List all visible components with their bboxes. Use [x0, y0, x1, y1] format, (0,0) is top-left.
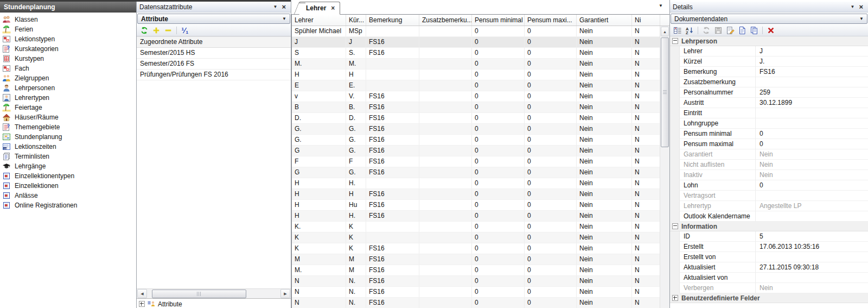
- document-button[interactable]: [737, 26, 748, 35]
- table-row[interactable]: HH.00NeinN: [292, 178, 660, 189]
- sidebar-item-feiertage[interactable]: Feiertage: [0, 103, 136, 112]
- categorize-button[interactable]: [672, 26, 683, 35]
- collapse-icon[interactable]: [672, 38, 678, 44]
- property-row-personalnummer[interactable]: Personalnummer259: [670, 87, 868, 98]
- sidebar-item-zielgruppen[interactable]: Zielgruppen: [0, 73, 136, 83]
- attribute-list-item[interactable]: Semester/2016 FS: [137, 59, 291, 70]
- tab-list-dropdown-icon[interactable]: ▼: [659, 3, 663, 8]
- table-row[interactable]: NN.FS1600NeinN: [292, 287, 660, 298]
- add-button[interactable]: [151, 26, 162, 35]
- table-row[interactable]: M.MFS1600NeinN: [292, 265, 660, 276]
- attribute-list-item[interactable]: Prüfungen/Prüfungen FS 2016: [137, 70, 291, 80]
- property-row-inaktiv[interactable]: InaktivNein: [670, 170, 868, 180]
- sidebar-item-lektionszeiten[interactable]: 10hLektionszeiten: [0, 142, 136, 152]
- tree-expand-icon[interactable]: [139, 301, 145, 307]
- property-row-kürzel[interactable]: KürzelJ.: [670, 56, 868, 67]
- table-row[interactable]: KKFS1600NeinN: [292, 243, 660, 254]
- table-row[interactable]: NN.FS1600NeinN: [292, 298, 660, 308]
- panel-close-icon[interactable]: ×: [279, 3, 288, 10]
- refresh-button[interactable]: [139, 26, 150, 35]
- property-row-lehrertyp[interactable]: LehrertypAngestellte LP: [670, 201, 868, 211]
- table-row[interactable]: GG.FS1600NeinN: [292, 167, 660, 178]
- sidebar-item-themengebiete[interactable]: ?Themengebiete: [0, 122, 136, 132]
- column-header-bemerkung[interactable]: Bemerkung: [366, 15, 419, 26]
- sidebar-item-einzellektionen[interactable]: Einzellektionen: [0, 181, 136, 191]
- table-row[interactable]: vV.FS1600NeinN: [292, 91, 660, 102]
- sidebar-item-anlässe[interactable]: Anlässe: [0, 191, 136, 200]
- table-row[interactable]: HH00NeinN: [292, 70, 660, 80]
- table-row[interactable]: Spühler MichaelMSp00NeinN: [292, 26, 660, 37]
- table-row[interactable]: KK00NeinN: [292, 232, 660, 243]
- property-row-id[interactable]: ID5: [670, 231, 868, 242]
- edit-button[interactable]: [725, 26, 736, 35]
- horizontal-scrollbar[interactable]: ◀ ▶: [137, 288, 291, 298]
- delete-button[interactable]: [765, 26, 776, 35]
- table-row[interactable]: G.G.FS1600NeinN: [292, 124, 660, 135]
- section-header-benutzerdefinierte-felder[interactable]: Benutzerdefinierte Felder: [670, 293, 868, 303]
- panel-menu-icon[interactable]: ▼: [848, 5, 857, 9]
- table-row[interactable]: G.G.FS1600NeinN: [292, 135, 660, 146]
- scroll-left-icon[interactable]: ◀: [137, 289, 147, 298]
- sidebar-item-lektionstypen[interactable]: Lektionstypen: [0, 34, 136, 44]
- sidebar-item-stundenplanung[interactable]: Stundenplanung: [0, 132, 136, 142]
- property-row-aktualisiert-von[interactable]: Aktualisiert von: [670, 273, 868, 283]
- column-header-lehrer[interactable]: Lehrer: [292, 15, 346, 26]
- table-row[interactable]: NN.FS1600NeinN: [292, 276, 660, 287]
- tab-lehrer[interactable]: Lehrer ×: [299, 2, 340, 15]
- remove-button[interactable]: [163, 26, 174, 35]
- table-row[interactable]: FFFS1600NeinN: [292, 156, 660, 167]
- property-row-pensum-maximal[interactable]: Pensum maximal0: [670, 139, 868, 149]
- property-row-erstellt-von[interactable]: Erstellt von: [670, 252, 868, 262]
- property-row-zusatzbemerkung[interactable]: Zusatzbemerkung: [670, 77, 868, 87]
- column-header-kür[interactable]: Kür...: [346, 15, 366, 26]
- table-row[interactable]: SS.FS1600NeinN: [292, 48, 660, 59]
- property-row-austritt[interactable]: Austritt30.12.1899: [670, 98, 868, 108]
- column-header-pensum-maxi[interactable]: Pensum maxi...: [525, 15, 577, 26]
- column-header-zusatzbemerku[interactable]: Zusatzbemerku...: [419, 15, 472, 26]
- table-row[interactable]: HH.FS1600NeinN: [292, 211, 660, 222]
- sidebar-item-einzellektionentypen[interactable]: Einzellektionentypen: [0, 171, 136, 181]
- scrollbar-thumb[interactable]: [661, 37, 669, 147]
- expand-icon[interactable]: [672, 295, 678, 301]
- table-row[interactable]: HHFS1600NeinN: [292, 189, 660, 200]
- sidebar-item-fach[interactable]: Fach: [0, 64, 136, 73]
- table-row[interactable]: GG.FS1600NeinN: [292, 146, 660, 156]
- table-row[interactable]: K.K00NeinN: [292, 222, 660, 232]
- property-row-outlook-kalendername[interactable]: Outlook Kalendername: [670, 211, 868, 222]
- property-row-bemerkung[interactable]: BemerkungFS16: [670, 67, 868, 77]
- sidebar-item-kurskategorien[interactable]: ?Kurskategorien: [0, 44, 136, 54]
- property-row-verbergen[interactable]: VerbergenNein: [670, 283, 868, 293]
- scroll-right-icon[interactable]: ▶: [280, 289, 290, 298]
- property-row-vertragsort[interactable]: Vertragsort: [670, 191, 868, 201]
- table-row[interactable]: HHuFS1600NeinN: [292, 200, 660, 211]
- copy-button[interactable]: [749, 26, 760, 35]
- tab-close-icon[interactable]: ×: [331, 5, 335, 11]
- attribute-list-item[interactable]: Semester/2015 HS: [137, 48, 291, 59]
- table-row[interactable]: D.D.FS1600NeinN: [292, 113, 660, 124]
- property-row-aktualisiert[interactable]: Aktualisiert27.11.2015 09:30:18: [670, 262, 868, 273]
- sidebar-item-lehrertypen[interactable]: Lehrertypen: [0, 93, 136, 103]
- sidebar-item-terminlisten[interactable]: Terminlisten: [0, 152, 136, 161]
- refresh-gray-button[interactable]: [701, 26, 712, 35]
- sidebar-item-klassen[interactable]: Klassen: [0, 15, 136, 24]
- sidebar-item-online-registrationen[interactable]: Online Registrationen: [0, 200, 136, 210]
- sidebar-item-lehrgänge[interactable]: Lehrgänge: [0, 161, 136, 171]
- sidebar-item-ferien[interactable]: Ferien: [0, 24, 136, 34]
- property-row-lehrer[interactable]: LehrerJ: [670, 46, 868, 56]
- table-row[interactable]: MMFS1600NeinN: [292, 254, 660, 265]
- dokumentendaten-combobox[interactable]: Dokumentendaten ▼: [671, 14, 867, 24]
- collapse-icon[interactable]: [672, 223, 678, 229]
- table-row[interactable]: JJFS1600NeinN: [292, 37, 660, 48]
- property-row-pensum-minimal[interactable]: Pensum minimal0: [670, 129, 868, 139]
- panel-menu-icon[interactable]: ▼: [271, 5, 279, 9]
- section-header-information[interactable]: Information: [670, 222, 868, 231]
- sidebar-item-kurstypen[interactable]: Kurstypen: [0, 54, 136, 64]
- property-row-eintritt[interactable]: Eintritt: [670, 108, 868, 118]
- scrollbar-thumb[interactable]: [152, 290, 246, 298]
- column-header-garantiert[interactable]: Garantiert: [577, 15, 632, 26]
- table-row[interactable]: BB.FS1600NeinN: [292, 102, 660, 113]
- property-row-garantiert[interactable]: GarantiertNein: [670, 149, 868, 160]
- save-gray-button[interactable]: [713, 26, 724, 35]
- one-one-button[interactable]: 11: [180, 26, 190, 35]
- section-header-lehrperson[interactable]: Lehrperson: [670, 36, 868, 46]
